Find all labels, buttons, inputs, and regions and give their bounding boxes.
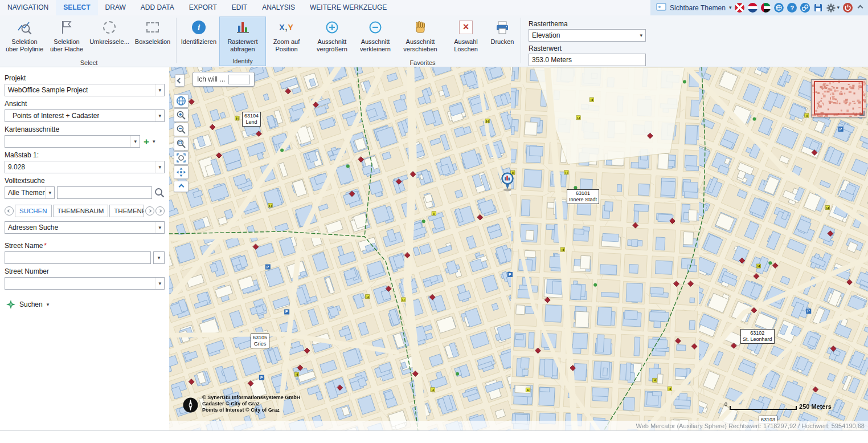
suchen-button[interactable]: Suchen ▾: [5, 299, 51, 310]
street-name-input[interactable]: [5, 251, 151, 264]
tabs-more-button[interactable]: [155, 206, 165, 216]
ribbon: Selektionüber Polylinie Selektionüber Fl…: [0, 15, 868, 67]
volltext-scope-select[interactable]: Alle Themen▾: [5, 186, 55, 199]
zoom-window-button[interactable]: [174, 137, 189, 151]
rasterwert-input[interactable]: [529, 54, 646, 66]
tool-label: Rasterwertabfragen: [227, 38, 257, 53]
tool-selektion-flaeche[interactable]: Selektionüber Fläche: [46, 17, 88, 64]
tool-ausschnitt-verschieben[interactable]: Ausschnittverschieben: [397, 17, 444, 64]
tool-label: AuswahlLöschen: [454, 38, 478, 53]
tool-ausschnitt-verkleinern[interactable]: Ausschnittverkleinern: [354, 17, 397, 64]
ich-will-input[interactable]: [228, 75, 250, 84]
tab-suchen[interactable]: SUCHEN: [15, 205, 52, 217]
tool-rasterwert-abfragen[interactable]: Rasterwertabfragen Identify: [219, 17, 266, 66]
chevron-down-icon[interactable]: ▾: [153, 139, 155, 144]
full-extent-globe-button[interactable]: [174, 94, 189, 108]
tool-boxselektion[interactable]: Boxselektion: [131, 17, 174, 64]
zoom-out-icon: [368, 18, 383, 36]
tool-zoom-auf-position[interactable]: X,Y Zoom aufPosition: [266, 17, 307, 64]
street-name-dropdown-button[interactable]: ▾: [153, 251, 165, 264]
minimap-resize-handle[interactable]: [859, 111, 865, 116]
chevron-down-icon: ▾: [155, 110, 164, 121]
tool-auswahl-loeschen[interactable]: × AuswahlLöschen: [446, 17, 486, 64]
tool-drucken[interactable]: Drucken: [486, 17, 519, 64]
street-number-select[interactable]: ▾: [5, 277, 165, 290]
tools-collapse-up-button[interactable]: [174, 181, 189, 192]
minimap-canvas: [812, 80, 866, 117]
suchen-start-icon: [6, 300, 15, 309]
map-viewport: Ich will ... 63104 Lend 63101 Innere Sta…: [169, 67, 868, 430]
settings-gear-icon[interactable]: ▾: [826, 3, 840, 13]
globe-icon[interactable]: [774, 3, 784, 13]
tab-themenbaum[interactable]: THEMENBAUM: [53, 205, 109, 217]
projekt-label: Projekt: [5, 74, 165, 82]
rasterthema-select[interactable]: Elevation▾: [529, 29, 646, 42]
main-menu: NAVIGATION SELECT DRAW ADD DATA EXPORT E…: [0, 0, 394, 15]
overview-minimap[interactable]: [811, 79, 866, 117]
ich-will-box[interactable]: Ich will ...: [193, 72, 255, 87]
menu-select[interactable]: SELECT: [56, 0, 97, 15]
adressen-suche-select[interactable]: Adressen Suche▾: [5, 221, 165, 234]
add-view-button[interactable]: +: [142, 137, 150, 147]
menu-weitere-werkzeuge[interactable]: WEITERE WERKZEUGE: [302, 0, 394, 15]
bottom-strip: [0, 430, 868, 443]
save-icon[interactable]: [813, 3, 823, 13]
group-label-select: Select: [80, 59, 98, 66]
menu-export[interactable]: EXPORT: [182, 0, 224, 15]
tool-ausschnitt-vergroessern[interactable]: Ausschnittvergrößern: [310, 17, 354, 64]
sidebar-collapse-button[interactable]: [175, 74, 185, 87]
massstab-label: Maßstab 1:: [5, 151, 165, 159]
chevron-down-icon: ▾: [47, 302, 50, 307]
massstab-select[interactable]: 9.028▾: [5, 161, 165, 173]
zoom-out-button[interactable]: [174, 123, 189, 136]
menu-add-data[interactable]: ADD DATA: [133, 0, 182, 15]
menu-edit[interactable]: EDIT: [224, 0, 255, 15]
tool-label: Selektionüber Polylinie: [6, 38, 43, 53]
volltext-search-input[interactable]: [57, 186, 152, 199]
district-label-st-leonhard: 63102 St. Leonhard: [740, 329, 775, 344]
tool-identifizieren[interactable]: i Identifizieren: [178, 17, 219, 64]
tool-label: Zoom aufPosition: [273, 38, 300, 53]
ribbon-separator: [176, 18, 177, 63]
help-icon[interactable]: ?: [787, 3, 797, 13]
power-icon[interactable]: [843, 3, 853, 13]
flag-tricolor-icon[interactable]: [748, 3, 758, 13]
tabs-scroll-left-button[interactable]: [5, 206, 14, 216]
tool-label: Selektionüber Fläche: [50, 38, 83, 53]
kartenausschnitte-select[interactable]: ▾: [5, 135, 140, 148]
flag-red-icon[interactable]: [735, 3, 744, 13]
chevron-down-icon: ▾: [155, 278, 164, 289]
volltextsuche-label: Volltextsuche: [5, 177, 165, 185]
kartenausschnitte-label: Kartenausschnitte: [5, 125, 165, 133]
map-canvas[interactable]: [169, 67, 868, 430]
chevron-down-icon[interactable]: ▾: [729, 5, 732, 10]
identify-icon: i: [192, 18, 206, 36]
collapse-toolbar-icon[interactable]: [858, 5, 863, 11]
visible-themes-label[interactable]: Sichtbare Themen: [670, 4, 726, 12]
zoom-full-button[interactable]: [174, 151, 189, 165]
ansicht-select[interactable]: Points of Interest + Cadaster▾: [5, 109, 165, 122]
flag-uae-icon[interactable]: [761, 3, 771, 13]
map-marker-pin[interactable]: [500, 172, 515, 193]
district-label-gries: 63105 Gries: [251, 334, 269, 348]
link-icon[interactable]: [800, 3, 810, 13]
tab-themenfilter[interactable]: THEMENFILTER: [109, 205, 144, 217]
search-icon[interactable]: [154, 188, 165, 198]
chevron-down-icon: ▾: [130, 136, 140, 147]
tabs-scroll-right-button[interactable]: [145, 206, 154, 216]
polyline-select-icon: [17, 18, 32, 36]
tool-selektion-polylinie[interactable]: Selektionüber Polylinie: [3, 17, 46, 64]
group-label-identify: Identify: [232, 58, 252, 66]
box-select-icon: [146, 18, 159, 36]
tool-umkreisselektion[interactable]: Umkreissele...: [88, 17, 131, 64]
raster-panel: Rasterthema Elevation▾ Rasterwert: [529, 17, 646, 66]
projekt-select[interactable]: WebOffice Sample Project▾: [5, 84, 165, 96]
ich-will-label: Ich will ...: [197, 75, 225, 83]
menu-draw[interactable]: DRAW: [98, 0, 133, 15]
chevron-down-icon: ▾: [155, 161, 164, 173]
pan-button[interactable]: [174, 165, 189, 179]
menu-navigation[interactable]: NAVIGATION: [0, 0, 56, 15]
zoom-in-button[interactable]: [174, 108, 189, 122]
sidebar: Projekt WebOffice Sample Project▾ Ansich…: [0, 67, 169, 430]
menu-analysis[interactable]: ANALYSIS: [255, 0, 302, 15]
